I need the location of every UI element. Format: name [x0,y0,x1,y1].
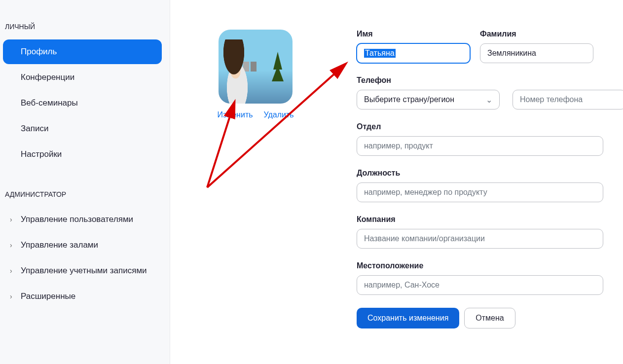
sidebar-item-settings[interactable]: Настройки [3,142,162,167]
first-name-input[interactable]: Татьяна [357,43,470,63]
department-label: Отдел [357,122,603,131]
cancel-button[interactable]: Отмена [464,308,515,328]
sidebar-item-room-management[interactable]: ›Управление залами [3,233,162,257]
sidebar: ЛИЧНЫЙ Профиль Конференции Веб-семинары … [0,0,170,364]
company-label: Компания [357,215,603,224]
chevron-right-icon: › [10,267,12,275]
department-input[interactable] [357,136,603,156]
first-name-label: Имя [357,30,470,38]
last-name-input[interactable] [480,43,593,63]
sidebar-item-user-management[interactable]: ›Управление пользователями [3,207,162,232]
position-label: Должность [357,169,603,178]
avatar-section: Изменить Удалить [219,30,293,328]
sidebar-item-account-management[interactable]: ›Управление учетными записями [3,258,162,283]
avatar-image [219,30,293,104]
chevron-right-icon: › [10,241,12,249]
last-name-label: Фамилия [480,30,593,38]
sidebar-section-personal: ЛИЧНЫЙ [0,15,170,38]
sidebar-item-recordings[interactable]: Записи [3,116,162,141]
phone-country-select[interactable]: Выберите страну/регион ⌄ [357,90,500,109]
chevron-right-icon: › [10,216,12,223]
phone-label: Телефон [357,76,603,85]
location-input[interactable] [357,275,603,295]
sidebar-section-admin: АДМИНИСТРАТОР [0,182,170,206]
phone-number-input[interactable] [513,90,623,109]
main-content: Изменить Удалить Имя Татьяна Фамилия Тел… [170,0,623,364]
sidebar-item-advanced[interactable]: ›Расширенные [3,284,162,309]
avatar-change-link[interactable]: Изменить [217,110,253,119]
company-input[interactable] [357,229,603,249]
sidebar-item-meetings[interactable]: Конференции [3,65,162,90]
position-input[interactable] [357,182,603,202]
sidebar-item-webinars[interactable]: Веб-семинары [3,91,162,115]
chevron-right-icon: › [10,292,12,300]
save-button[interactable]: Сохранить изменения [357,308,459,328]
chevron-down-icon: ⌄ [486,95,492,105]
profile-form: Имя Татьяна Фамилия Телефон Выберите стр… [357,30,603,328]
sidebar-item-profile[interactable]: Профиль [3,39,162,64]
avatar-delete-link[interactable]: Удалить [264,110,294,119]
location-label: Местоположение [357,261,603,270]
